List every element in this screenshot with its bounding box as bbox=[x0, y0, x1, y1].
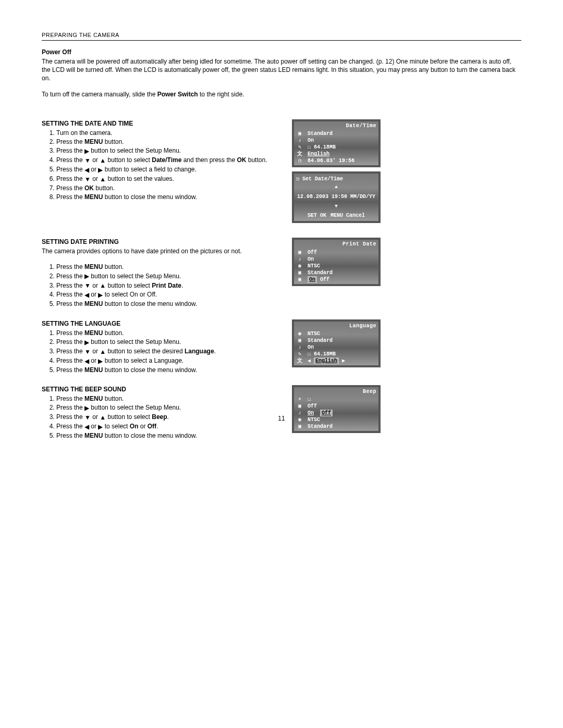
off-label: Off bbox=[148, 423, 156, 430]
down-arrow-icon: ▼ bbox=[84, 348, 91, 356]
text-fragment: or bbox=[91, 282, 100, 289]
power-switch-label: Power Switch bbox=[157, 91, 198, 98]
menu-value: On bbox=[303, 344, 314, 351]
menu-label: MENU bbox=[84, 263, 103, 270]
text-fragment: button to select the Setup Menu. bbox=[89, 404, 181, 411]
tv-icon: ◉ bbox=[296, 330, 303, 337]
text-fragment: Press the bbox=[56, 404, 84, 411]
text-fragment: or bbox=[91, 175, 100, 182]
text-fragment: button. bbox=[103, 329, 124, 337]
list-item: Press the ◀ or ▶ button to select a fiel… bbox=[56, 165, 282, 174]
page-header: PREPARING THE CAMERA bbox=[42, 31, 521, 41]
right-arrow-icon: ▶ bbox=[84, 272, 89, 280]
text-fragment: Press the bbox=[56, 395, 84, 402]
text-fragment: to select On or Off. bbox=[103, 291, 157, 298]
list-item: Press the ▼ or ▲ button to select Print … bbox=[56, 281, 282, 290]
screenshot-print-date: Print Date ▣Off ♪On ◉NTSC ▣Standard ▣On … bbox=[292, 238, 381, 286]
text-fragment: button to select the Setup Menu. bbox=[89, 147, 181, 154]
text-fragment: button. bbox=[246, 156, 267, 164]
language-steps: Press the MENU button. Press the ▶ butto… bbox=[42, 329, 282, 374]
list-item: Press the ▶ button to select the Setup M… bbox=[56, 272, 282, 281]
title-text: Set Date/Time bbox=[302, 176, 343, 182]
left-arrow-icon: ◀ bbox=[84, 166, 89, 174]
menu-value: Standard bbox=[303, 337, 333, 344]
print-date-label: Print Date bbox=[152, 282, 181, 289]
menu-value: ☐ 64.18MB bbox=[303, 144, 336, 151]
text-fragment: Press the bbox=[56, 357, 84, 364]
text-fragment: button to select bbox=[106, 282, 152, 289]
text-fragment: Press the bbox=[56, 193, 84, 201]
menu-value: Standard bbox=[303, 423, 333, 430]
text-fragment: Press the bbox=[56, 175, 84, 182]
list-item: Press the ▶ button to select the Setup M… bbox=[56, 403, 282, 412]
folder-icon: ▣ bbox=[296, 269, 303, 276]
language-heading: SETTING THE LANGUAGE bbox=[42, 319, 282, 328]
selected-on: On bbox=[308, 276, 317, 283]
text-fragment: to the right side. bbox=[198, 91, 244, 98]
menu-value: On bbox=[303, 256, 314, 263]
screenshot-language: Language ◉NTSC ▣Standard ♪On ✎☐ 64.18MB … bbox=[292, 319, 381, 368]
ok-control: SET OK bbox=[308, 213, 326, 218]
print-date-steps: Press the MENU button. Press the ▶ butto… bbox=[42, 263, 282, 308]
list-item: Press the MENU button to close the menu … bbox=[56, 366, 282, 374]
list-item: Press the ◀ or ▶ to select On or Off. bbox=[56, 290, 282, 299]
beep-icon: ♪ bbox=[296, 256, 303, 263]
screenshot-controls: SET OKMENU Cancel bbox=[295, 210, 377, 220]
screenshot-beep: Beep ☀☐ ▣Off ♪On Off ◉NTSC ▣Standard bbox=[292, 385, 381, 434]
on-label: On bbox=[130, 423, 139, 430]
screenshot-title: Print Date bbox=[295, 241, 377, 249]
beep-icon: ♪ bbox=[296, 344, 303, 351]
text-fragment: or bbox=[91, 348, 100, 355]
text-fragment: . bbox=[181, 282, 183, 289]
list-item: Press the MENU button. bbox=[56, 394, 282, 403]
menu-label: MENU bbox=[84, 432, 103, 439]
list-item: Press the ▶ button to select the Setup M… bbox=[56, 146, 282, 155]
screenshot-datetime-menu: Date/Time ▣Standard ♪On ✎☐ 64.18MB 文Engl… bbox=[292, 119, 381, 168]
text-fragment: button to set the values. bbox=[106, 175, 174, 182]
menu-label: MENU bbox=[84, 366, 103, 374]
text-fragment: to select bbox=[103, 423, 129, 430]
text-fragment: Press the bbox=[56, 329, 84, 337]
down-arrow-icon: ▼ bbox=[84, 281, 91, 290]
list-item: Press the ▼ or ▲ button to select Date/T… bbox=[56, 156, 282, 165]
folder-icon: ▣ bbox=[296, 337, 303, 344]
list-item: Press the MENU button to close the menu … bbox=[56, 193, 282, 201]
menu-label: MENU bbox=[84, 193, 103, 201]
page-number: 11 bbox=[0, 414, 563, 423]
list-item: Press the MENU button to close the menu … bbox=[56, 300, 282, 308]
menu-value: Standard bbox=[303, 130, 333, 137]
beep-icon: ♪ bbox=[296, 137, 303, 144]
list-item: Press the MENU button. bbox=[56, 263, 282, 271]
clock-icon: ◷ bbox=[296, 157, 303, 164]
menu-value: ☐ 64.18MB bbox=[303, 351, 336, 357]
menu-value: Standard bbox=[303, 269, 333, 276]
menu-value: ◀ English ▶ bbox=[303, 357, 345, 364]
section-print-date: SETTING DATE PRINTING The camera provide… bbox=[42, 238, 521, 309]
power-off-heading: Power Off bbox=[42, 48, 521, 56]
manual-page: PREPARING THE CAMERA Power Off The camer… bbox=[0, 0, 563, 728]
right-arrow-icon: ▶ bbox=[342, 358, 345, 364]
text-fragment: or bbox=[138, 423, 147, 430]
down-arrow-icon: ▼ bbox=[84, 156, 91, 165]
text-fragment: and then press the bbox=[181, 156, 237, 164]
menu-value: On Off bbox=[303, 276, 329, 283]
date-time-heading: SETTING THE DATE AND TIME bbox=[42, 119, 282, 128]
list-item: Press the ◀ or ▶ button to select a Lang… bbox=[56, 356, 282, 365]
text-fragment: button to close the menu window. bbox=[103, 193, 197, 201]
date-icon: ▣ bbox=[296, 276, 303, 283]
menu-label: MENU bbox=[84, 138, 103, 145]
text-fragment: or bbox=[89, 423, 98, 430]
list-item: Press the MENU button. bbox=[56, 138, 282, 146]
text-fragment: button to close the menu window. bbox=[103, 366, 197, 374]
print-date-intro: The camera provides options to have date… bbox=[42, 247, 282, 255]
text-fragment: or bbox=[89, 166, 98, 173]
list-item: Press the ▼ or ▲ button to select the de… bbox=[56, 347, 282, 356]
list-item: Press the MENU button. bbox=[56, 329, 282, 337]
left-arrow-icon: ◀ bbox=[308, 358, 311, 364]
brightness-icon: ☀ bbox=[296, 396, 303, 403]
right-arrow-icon: ▶ bbox=[84, 404, 89, 412]
text-fragment: button. bbox=[103, 395, 124, 402]
text-fragment: Press the bbox=[56, 273, 84, 280]
folder-icon: ▣ bbox=[296, 130, 303, 137]
menu-value: ☐ bbox=[303, 396, 311, 403]
